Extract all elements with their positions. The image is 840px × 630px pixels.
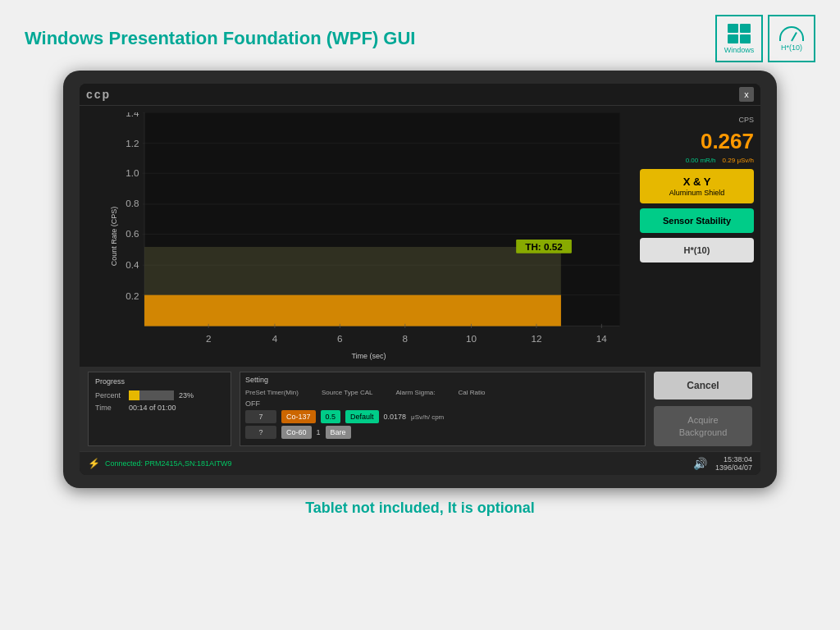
usb-icon: ⚡: [88, 458, 100, 469]
tablet-screen: ccp x Count Rate (CPS): [80, 84, 760, 475]
progress-section: Progress Percent 23% Time 00:14 of 01:00: [88, 372, 231, 446]
app-logo: ccp: [86, 88, 111, 101]
chart-x-label: Time (sec): [112, 352, 625, 360]
preset-timer-input[interactable]: [245, 410, 276, 423]
main-content: Count Rate (CPS): [80, 106, 760, 367]
progress-bar-fill: [129, 390, 139, 400]
chart-svg: 1.4 1.2 1.0 0.8 0.6 0.4 0.: [112, 112, 625, 347]
tablet-container: ccp x Count Rate (CPS): [0, 71, 840, 488]
svg-text:0.6: 0.6: [126, 228, 139, 239]
logo-area: Windows H*(10): [715, 15, 815, 62]
tablet: ccp x Count Rate (CPS): [63, 71, 777, 488]
svg-text:14: 14: [596, 333, 608, 344]
setting-row-2: Co-60 1 Bare: [245, 426, 640, 439]
svg-text:0.8: 0.8: [126, 198, 139, 208]
sigma-btn[interactable]: 0.5: [321, 410, 341, 423]
volume-icon[interactable]: 🔊: [693, 457, 707, 470]
co60-btn[interactable]: Co-60: [281, 426, 312, 439]
progress-percent: 23%: [179, 391, 194, 399]
svg-text:TH: 0.52: TH: 0.52: [525, 241, 563, 252]
svg-rect-26: [144, 295, 561, 326]
acquire-background-button[interactable]: AcquireBackground: [654, 406, 752, 446]
hstar-logo-box: H*(10): [768, 15, 815, 62]
svg-text:10: 10: [466, 333, 477, 344]
alarm-off-label: OFF: [245, 399, 260, 408]
progress-label: Progress: [95, 377, 224, 386]
sub-values: 0.00 mR/h 0.29 μSv/h: [640, 157, 754, 164]
page-header: Windows Presentation Foundation (WPF) GU…: [0, 0, 840, 71]
windows-logo-box: Windows: [715, 15, 763, 62]
status-left: ⚡ Connected: PRM2415A,SN:181AITW9: [88, 458, 232, 469]
hstar-button[interactable]: H*(10): [640, 238, 754, 262]
setting-label: Setting: [245, 376, 640, 384]
svg-text:0.4: 0.4: [126, 259, 139, 270]
page-footer: Tablet not included, It is optional: [305, 500, 535, 517]
xgamma-button[interactable]: Χ & Υ Aluminum Shield: [640, 169, 754, 203]
preset-timer-input-2[interactable]: [245, 426, 276, 439]
bottom-panel: Progress Percent 23% Time 00:14 of 01:00: [80, 367, 760, 451]
sub-val-1: 0.00 mR/h: [686, 157, 716, 164]
action-section: Cancel AcquireBackground: [654, 372, 752, 446]
right-panel: CPS 0.267 0.00 mR/h 0.29 μSv/h Χ & Υ Alu…: [633, 106, 760, 367]
cal-unit: μSv/h/ cpm: [411, 413, 444, 421]
time-row: Time 00:14 of 01:00: [95, 404, 224, 412]
svg-text:6: 6: [337, 333, 343, 344]
close-button[interactable]: x: [739, 87, 754, 102]
co57-btn[interactable]: Co-137: [281, 410, 316, 423]
chart-area: Count Rate (CPS): [80, 106, 633, 367]
svg-text:4: 4: [272, 333, 278, 344]
setting-section: Setting PreSet Timer(Min) Source Type CA…: [240, 372, 646, 446]
page-title: Windows Presentation Foundation (WPF) GU…: [25, 28, 415, 49]
windows-icon: [728, 24, 751, 43]
setting-row-1: Co-137 0.5 Default 0.0178 μSv/h/ cpm: [245, 410, 640, 423]
cps-unit-label: CPS: [738, 116, 754, 124]
time-display: 15:38:04 1396/04/07: [715, 455, 752, 472]
svg-text:8: 8: [403, 333, 409, 344]
sensor-stability-button[interactable]: Sensor Stability: [640, 208, 754, 233]
progress-bar-bg: [129, 390, 174, 400]
default-btn[interactable]: Default: [345, 410, 379, 423]
svg-text:1.0: 1.0: [126, 167, 139, 178]
cps-value: 0.267: [640, 130, 754, 152]
title-bar: ccp x: [80, 84, 760, 106]
status-right: 🔊 15:38:04 1396/04/07: [693, 455, 752, 472]
bare-btn[interactable]: Bare: [326, 426, 351, 439]
chart-wrapper: 1.4 1.2 1.0 0.8 0.6 0.4 0.: [112, 112, 625, 360]
svg-text:2: 2: [206, 333, 212, 344]
cal-ratio-value: 0.0178: [384, 413, 407, 421]
svg-text:1.2: 1.2: [126, 138, 139, 148]
svg-text:0.2: 0.2: [126, 290, 139, 301]
gauge-icon: [779, 26, 804, 41]
svg-text:12: 12: [531, 333, 541, 344]
cancel-button[interactable]: Cancel: [654, 372, 752, 399]
setting-rows: Co-137 0.5 Default 0.0178 μSv/h/ cpm Co-…: [245, 410, 640, 439]
sub-val-2: 0.29 μSv/h: [723, 157, 754, 164]
status-bar: ⚡ Connected: PRM2415A,SN:181AITW9 🔊 15:3…: [80, 451, 760, 475]
svg-text:1.4: 1.4: [126, 112, 139, 118]
sigma2-val: 1: [317, 428, 321, 436]
connection-status: Connected: PRM2415A,SN:181AITW9: [105, 459, 232, 468]
progress-row: Percent 23%: [95, 390, 224, 400]
